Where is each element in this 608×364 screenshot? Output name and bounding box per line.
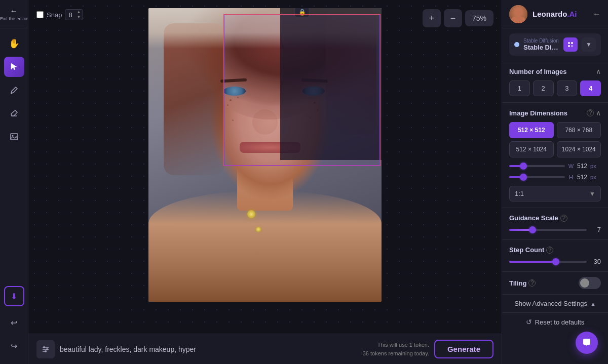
guidance-section: Guidance Scale ? 7 <box>502 208 608 240</box>
token-info: This will use 1 token. 36 tokens remaini… <box>363 341 429 357</box>
dimensions-info-icon: ? <box>587 109 594 116</box>
exit-arrow-icon: ← <box>10 7 18 16</box>
zoom-controls: + − 75% <box>423 9 493 27</box>
model-section: Stable Diffusion Stable Diffusion 1.5 ▼ <box>502 28 608 61</box>
snap-control: Snap 8 ▲ ▼ <box>36 9 83 20</box>
image-dimensions-section: Image Dimensions ? ∧ 512 × 512 768 × 768… <box>502 103 608 208</box>
prompt-filter-button[interactable] <box>36 340 55 358</box>
generate-button[interactable]: Generate <box>434 340 493 358</box>
step-count-info-icon: ? <box>546 247 553 254</box>
snap-up-arrow[interactable]: ▲ <box>75 10 83 15</box>
guidance-info-icon: ? <box>560 215 567 222</box>
reset-defaults-row[interactable]: ↺ Reset to defaults <box>502 313 608 331</box>
step-count-section: Step Count ? 30 <box>502 240 608 272</box>
zoom-out-button[interactable]: − <box>444 9 462 27</box>
prompt-input[interactable] <box>60 345 358 353</box>
image-tool-button[interactable] <box>4 127 24 147</box>
tiling-section: Tiling ? <box>502 272 608 295</box>
svg-rect-10 <box>568 42 570 44</box>
num-images-2[interactable]: 2 <box>533 80 554 96</box>
token-line1: This will use 1 token. <box>363 341 429 349</box>
dim-512x1024[interactable]: 512 × 1024 <box>509 141 554 157</box>
step-count-value: 30 <box>591 258 601 265</box>
svg-rect-13 <box>571 45 573 47</box>
aspect-ratio-value: 1:1 <box>515 190 524 197</box>
num-images-3[interactable]: 3 <box>557 80 578 96</box>
bottom-prompt-bar: This will use 1 token. 36 tokens remaini… <box>28 334 502 364</box>
reset-label: Reset to defaults <box>535 318 585 326</box>
snap-down-arrow[interactable]: ▼ <box>75 15 83 20</box>
snap-checkbox[interactable] <box>36 11 44 18</box>
tiling-info-icon: ? <box>528 279 536 287</box>
user-avatar <box>509 5 527 23</box>
svg-point-9 <box>45 350 47 352</box>
right-panel: Leonardo.Ai ← Stable Diffusion Stable Di… <box>502 0 608 364</box>
height-value: 512 <box>577 174 587 181</box>
model-edit-button[interactable] <box>563 37 578 52</box>
undo-button[interactable]: ↩ <box>4 312 24 333</box>
model-dropdown-button[interactable]: ▼ <box>582 37 596 52</box>
dim-512x512[interactable]: 512 × 512 <box>509 122 554 138</box>
svg-rect-11 <box>571 42 573 44</box>
model-subtitle: Stable Diffusion <box>523 38 559 44</box>
svg-point-3 <box>12 135 13 137</box>
chat-bubble[interactable] <box>576 332 598 354</box>
tiling-toggle[interactable] <box>579 277 601 289</box>
width-value: 512 <box>577 163 587 170</box>
panel-header: Leonardo.Ai ← <box>502 0 608 28</box>
exit-label: Exit the editor <box>0 17 28 22</box>
advanced-settings-label: Show Advanced Settings <box>514 300 587 307</box>
advanced-settings-row[interactable]: Show Advanced Settings ▲ <box>502 295 608 313</box>
num-images-collapse[interactable]: ∧ <box>596 67 601 75</box>
num-images-options: 1 2 3 4 <box>509 80 601 96</box>
snap-label: Snap <box>47 11 62 19</box>
dim-768x768[interactable]: 768 × 768 <box>557 122 601 138</box>
height-label: H <box>568 174 574 180</box>
zoom-in-button[interactable]: + <box>423 9 441 27</box>
guidance-value: 7 <box>591 226 601 233</box>
svg-point-0 <box>11 93 12 94</box>
exit-button[interactable]: ← Exit the editor <box>0 5 30 24</box>
advanced-settings-icon: ▲ <box>590 301 596 307</box>
zoom-level: 75% <box>465 10 493 26</box>
model-dot <box>514 42 519 47</box>
redo-button[interactable]: ↪ <box>4 336 24 356</box>
aspect-ratio-dropdown[interactable]: 1:1 ▼ <box>509 186 601 201</box>
model-name: Stable Diffusion 1.5 <box>523 44 559 51</box>
num-images-title: Number of Images <box>509 68 566 75</box>
reset-icon: ↺ <box>526 318 532 326</box>
step-count-title: Step Count <box>509 246 544 254</box>
download-button[interactable]: ⬇ <box>4 286 24 306</box>
select-tool-button[interactable] <box>4 57 24 77</box>
eraser-tool-button[interactable] <box>4 103 24 124</box>
token-line2: 36 tokens remaining today. <box>363 349 429 358</box>
guidance-title: Guidance Scale <box>509 214 558 222</box>
num-images-1[interactable]: 1 <box>509 80 530 96</box>
height-unit: px <box>590 174 596 180</box>
svg-rect-2 <box>11 134 18 140</box>
width-label: W <box>568 163 574 169</box>
brand-name: Leonardo.Ai <box>533 10 577 18</box>
dimensions-collapse[interactable]: ∧ <box>596 109 601 117</box>
tiling-label: Tiling <box>509 279 526 287</box>
snap-value: 8 <box>65 10 75 20</box>
svg-point-8 <box>46 348 48 350</box>
brush-tool-button[interactable] <box>4 80 24 100</box>
hand-tool-button[interactable]: ✋ <box>4 33 24 54</box>
svg-rect-12 <box>568 45 570 47</box>
canvas-image-container[interactable]: 🔒 <box>148 8 382 302</box>
num-images-4[interactable]: 4 <box>580 80 601 96</box>
svg-point-7 <box>43 346 45 348</box>
num-images-section: Number of Images ∧ 1 2 3 4 <box>502 61 608 103</box>
panel-back-button[interactable]: ← <box>593 10 601 19</box>
width-unit: px <box>590 163 596 169</box>
dim-1024x1024[interactable]: 1024 × 1024 <box>557 141 601 157</box>
image-dimensions-title: Image Dimensions <box>509 109 567 117</box>
aspect-ratio-chevron: ▼ <box>589 190 595 197</box>
